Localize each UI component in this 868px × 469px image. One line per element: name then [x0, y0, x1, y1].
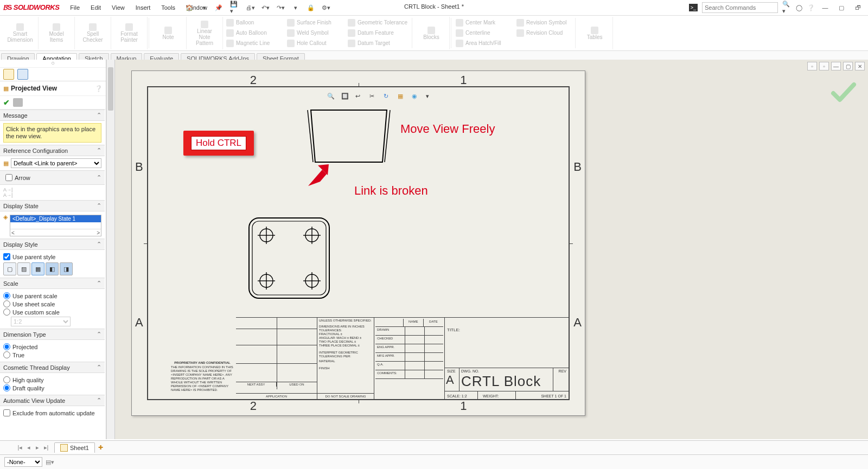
rib-revision-symbol[interactable]: Revision Symbol — [516, 18, 571, 28]
sheet-nav-arrows[interactable]: |◂◂▸▸| — [16, 444, 50, 451]
hud-scene-icon[interactable]: ◉ — [412, 93, 422, 102]
hud-zoomarea-icon[interactable]: 🔲 — [341, 93, 351, 102]
hud-more-icon[interactable]: ▾ — [426, 93, 436, 102]
search-dropdown-icon[interactable]: 🔍▾ — [782, 3, 792, 12]
rib-area-hatch[interactable]: Area Hatch/Fill — [456, 38, 510, 48]
user-icon[interactable]: ◯ — [794, 3, 804, 12]
rib-blocks[interactable]: Blocks — [413, 17, 450, 49]
sec-scale-header[interactable]: Scale⌃ — [0, 278, 105, 289]
rib-weld-symbol[interactable]: Weld Symbol — [287, 28, 341, 38]
rib-surface-finish[interactable]: Surface Finish — [287, 18, 341, 28]
style-hidden-removed[interactable]: ▩ — [31, 262, 44, 275]
rib-hole-callout[interactable]: Hole Callout — [287, 38, 341, 48]
style-shaded-edges[interactable]: ◧ — [46, 262, 59, 275]
rib-format-painter[interactable]: FormatPainter — [111, 17, 148, 49]
scale-custom-radio[interactable] — [3, 309, 10, 316]
rib-balloon[interactable]: Balloon — [226, 18, 280, 28]
rib-model-items[interactable]: ModelItems — [39, 17, 75, 49]
menu-insert[interactable]: Insert — [131, 3, 155, 12]
hud-rotate-icon[interactable]: ↻ — [384, 93, 393, 102]
search-commands-input[interactable] — [702, 2, 778, 13]
menu-view[interactable]: View — [107, 3, 129, 12]
style-shaded[interactable]: ◨ — [60, 262, 73, 275]
qat-rebuild-icon[interactable]: 🔒 — [306, 3, 316, 12]
window-minimize[interactable]: — — [818, 4, 832, 11]
pm-ok-button[interactable]: ✔ — [3, 98, 10, 107]
rib-revision-cloud[interactable]: Revision Cloud — [516, 28, 571, 38]
window-close[interactable]: 🗗 — [851, 4, 865, 11]
exclude-auto-update-checkbox[interactable] — [3, 409, 10, 416]
sec-refcfg-header[interactable]: Reference Configuration⌃ — [0, 145, 105, 156]
hud-section-icon[interactable]: ✂ — [369, 93, 379, 102]
rib-centerline[interactable]: Centerline — [456, 28, 510, 38]
rib-magnetic-line[interactable]: Magnetic Line — [226, 38, 280, 48]
qat-undo-icon[interactable]: ↶▾ — [260, 3, 270, 12]
pm-tab-property-icon[interactable] — [17, 69, 28, 80]
doc-win-b[interactable]: ▫ — [819, 62, 829, 70]
pm-help-icon[interactable]: ❔ — [95, 85, 103, 92]
graphics-area[interactable]: ▫ ▫ — ▢ ✕ 2 1 2 1 B A B A — [115, 60, 868, 439]
style-hidden-visible[interactable]: ▨ — [17, 262, 30, 275]
hud-prev-icon[interactable]: ↩ — [355, 93, 365, 102]
use-parent-style-checkbox[interactable] — [3, 253, 10, 260]
help-icon[interactable]: ❔ — [806, 3, 816, 12]
qat-save-icon[interactable]: 💾▾ — [230, 3, 240, 12]
qat-new-icon[interactable]: ▾ — [200, 3, 209, 12]
dimtype-projected-radio[interactable] — [3, 343, 10, 350]
rib-smart-dimension[interactable]: SmartDimension — [2, 17, 39, 49]
qat-print-icon[interactable]: 🖨▾ — [245, 3, 255, 12]
cosmetic-high-radio[interactable] — [3, 376, 10, 383]
window-restore[interactable]: ▢ — [834, 4, 848, 11]
cmd-icon[interactable]: >_ — [689, 4, 698, 11]
doc-win-a[interactable]: ▫ — [807, 62, 817, 70]
projected-view-graphic[interactable] — [305, 109, 392, 163]
dispstate-list[interactable]: <Default>_Display State 1 <> — [10, 215, 101, 236]
hud-zoom-icon[interactable]: 🔍 — [327, 93, 337, 102]
menu-file[interactable]: File — [66, 3, 84, 12]
sec-autoupdate-header[interactable]: Automatic View Update⌃ — [0, 395, 105, 406]
cosmetic-draft-radio[interactable] — [3, 384, 10, 391]
sec-cosmetic-header[interactable]: Cosmetic Thread Display⌃ — [0, 362, 105, 373]
pm-pushpin-button[interactable] — [13, 98, 23, 107]
sec-message-header[interactable]: Message⌃ — [0, 110, 105, 121]
pm-tab-feature-icon[interactable] — [3, 69, 14, 80]
rib-linear-note-pattern[interactable]: Linear NotePattern — [187, 17, 223, 49]
pm-scrollbar[interactable] — [106, 60, 115, 439]
refcfg-select[interactable]: Default <Link to parent> — [11, 158, 101, 168]
style-wireframe[interactable]: ▢ — [3, 262, 16, 275]
qat-open-icon[interactable]: ▾ — [215, 3, 225, 12]
rib-spell-checker[interactable]: SpellChecker — [75, 17, 111, 49]
rib-tables[interactable]: Tables — [577, 17, 613, 49]
arrow-checkbox[interactable] — [5, 174, 12, 181]
sec-dimtype-header[interactable]: Dimension Type⌃ — [0, 329, 105, 340]
confirm-corner-check-icon[interactable] — [831, 81, 856, 103]
menu-edit[interactable]: Edit — [86, 3, 105, 12]
sec-dispstyle-header[interactable]: Display Style⌃ — [0, 239, 105, 250]
scale-custom-select[interactable]: 1:2 — [11, 317, 71, 326]
sheet-tab-1[interactable]: Sheet1 — [54, 442, 95, 453]
rib-note[interactable]: Note — [150, 17, 187, 49]
rib-auto-balloon[interactable]: Auto Balloon — [226, 28, 280, 38]
qat-select-icon[interactable]: ▾ — [291, 3, 301, 12]
status-layer-select[interactable]: -None- — [4, 457, 42, 467]
status-layer-icon[interactable]: ▤▾ — [46, 459, 54, 466]
doc-win-max[interactable]: ▢ — [843, 62, 853, 70]
scale-parent-radio[interactable] — [3, 292, 10, 299]
rib-geometric-tolerance[interactable]: Geometric Tolerance — [348, 18, 407, 28]
sec-dispstate-header[interactable]: Display State⌃ — [0, 200, 105, 211]
qat-options-icon[interactable]: ⚙▾ — [321, 3, 331, 12]
add-sheet-button[interactable]: ✚ — [98, 444, 103, 451]
rib-datum-target[interactable]: Datum Target — [348, 38, 407, 48]
dimtype-true-radio[interactable] — [3, 351, 10, 358]
scale-sheet-radio[interactable] — [3, 300, 10, 307]
rib-center-mark[interactable]: Center Mark — [456, 18, 510, 28]
rib-datum-feature[interactable]: Datum Feature — [348, 28, 407, 38]
hud-display-icon[interactable]: ▦ — [398, 93, 407, 102]
doc-win-min[interactable]: — — [831, 62, 841, 70]
qat-home-icon[interactable]: 🏠 — [184, 3, 194, 12]
menu-tools[interactable]: Tools — [157, 3, 180, 12]
front-view-graphic[interactable] — [246, 215, 333, 301]
doc-win-close[interactable]: ✕ — [855, 62, 865, 70]
sec-arrow-header[interactable]: Arrow⌃ — [0, 170, 105, 185]
qat-redo-icon[interactable]: ↷▾ — [276, 3, 285, 12]
